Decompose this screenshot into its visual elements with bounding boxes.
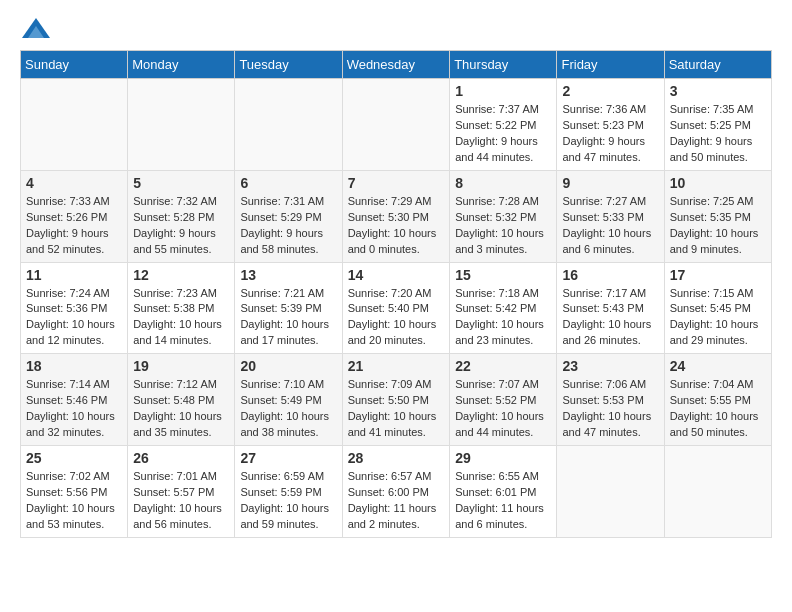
day-info: Sunrise: 7:15 AMSunset: 5:45 PMDaylight:…: [670, 286, 766, 350]
day-number: 20: [240, 358, 336, 374]
day-info: Sunrise: 7:17 AMSunset: 5:43 PMDaylight:…: [562, 286, 658, 350]
day-number: 2: [562, 83, 658, 99]
day-number: 25: [26, 450, 122, 466]
calendar-cell: 13Sunrise: 7:21 AMSunset: 5:39 PMDayligh…: [235, 262, 342, 354]
day-info: Sunrise: 7:20 AMSunset: 5:40 PMDaylight:…: [348, 286, 445, 350]
day-info: Sunrise: 7:09 AMSunset: 5:50 PMDaylight:…: [348, 377, 445, 441]
calendar-cell: [664, 446, 771, 538]
calendar-cell: 14Sunrise: 7:20 AMSunset: 5:40 PMDayligh…: [342, 262, 450, 354]
day-number: 18: [26, 358, 122, 374]
day-info: Sunrise: 7:12 AMSunset: 5:48 PMDaylight:…: [133, 377, 229, 441]
calendar-cell: 27Sunrise: 6:59 AMSunset: 5:59 PMDayligh…: [235, 446, 342, 538]
day-number: 27: [240, 450, 336, 466]
calendar-cell: 10Sunrise: 7:25 AMSunset: 5:35 PMDayligh…: [664, 170, 771, 262]
day-number: 3: [670, 83, 766, 99]
day-info: Sunrise: 7:04 AMSunset: 5:55 PMDaylight:…: [670, 377, 766, 441]
calendar-header-row: SundayMondayTuesdayWednesdayThursdayFrid…: [21, 51, 772, 79]
day-number: 8: [455, 175, 551, 191]
day-info: Sunrise: 7:33 AMSunset: 5:26 PMDaylight:…: [26, 194, 122, 258]
calendar-week-row: 11Sunrise: 7:24 AMSunset: 5:36 PMDayligh…: [21, 262, 772, 354]
calendar-cell: 3Sunrise: 7:35 AMSunset: 5:25 PMDaylight…: [664, 79, 771, 171]
calendar-week-row: 1Sunrise: 7:37 AMSunset: 5:22 PMDaylight…: [21, 79, 772, 171]
calendar-cell: 16Sunrise: 7:17 AMSunset: 5:43 PMDayligh…: [557, 262, 664, 354]
calendar-cell: [128, 79, 235, 171]
calendar-cell: [557, 446, 664, 538]
calendar-cell: 24Sunrise: 7:04 AMSunset: 5:55 PMDayligh…: [664, 354, 771, 446]
calendar-cell: 9Sunrise: 7:27 AMSunset: 5:33 PMDaylight…: [557, 170, 664, 262]
calendar-cell: 26Sunrise: 7:01 AMSunset: 5:57 PMDayligh…: [128, 446, 235, 538]
day-number: 9: [562, 175, 658, 191]
day-number: 6: [240, 175, 336, 191]
day-info: Sunrise: 7:02 AMSunset: 5:56 PMDaylight:…: [26, 469, 122, 533]
weekday-header: Tuesday: [235, 51, 342, 79]
calendar-cell: 21Sunrise: 7:09 AMSunset: 5:50 PMDayligh…: [342, 354, 450, 446]
page-header: [20, 20, 772, 40]
day-info: Sunrise: 7:23 AMSunset: 5:38 PMDaylight:…: [133, 286, 229, 350]
day-number: 1: [455, 83, 551, 99]
calendar-cell: 23Sunrise: 7:06 AMSunset: 5:53 PMDayligh…: [557, 354, 664, 446]
day-info: Sunrise: 7:18 AMSunset: 5:42 PMDaylight:…: [455, 286, 551, 350]
day-info: Sunrise: 7:28 AMSunset: 5:32 PMDaylight:…: [455, 194, 551, 258]
day-info: Sunrise: 7:14 AMSunset: 5:46 PMDaylight:…: [26, 377, 122, 441]
weekday-header: Monday: [128, 51, 235, 79]
calendar-table: SundayMondayTuesdayWednesdayThursdayFrid…: [20, 50, 772, 538]
day-info: Sunrise: 7:29 AMSunset: 5:30 PMDaylight:…: [348, 194, 445, 258]
calendar-cell: 15Sunrise: 7:18 AMSunset: 5:42 PMDayligh…: [450, 262, 557, 354]
day-number: 23: [562, 358, 658, 374]
calendar-cell: 17Sunrise: 7:15 AMSunset: 5:45 PMDayligh…: [664, 262, 771, 354]
day-info: Sunrise: 7:32 AMSunset: 5:28 PMDaylight:…: [133, 194, 229, 258]
day-info: Sunrise: 7:35 AMSunset: 5:25 PMDaylight:…: [670, 102, 766, 166]
weekday-header: Thursday: [450, 51, 557, 79]
day-info: Sunrise: 7:07 AMSunset: 5:52 PMDaylight:…: [455, 377, 551, 441]
weekday-header: Friday: [557, 51, 664, 79]
calendar-cell: 20Sunrise: 7:10 AMSunset: 5:49 PMDayligh…: [235, 354, 342, 446]
calendar-cell: 22Sunrise: 7:07 AMSunset: 5:52 PMDayligh…: [450, 354, 557, 446]
day-number: 11: [26, 267, 122, 283]
day-info: Sunrise: 7:24 AMSunset: 5:36 PMDaylight:…: [26, 286, 122, 350]
weekday-header: Sunday: [21, 51, 128, 79]
day-number: 12: [133, 267, 229, 283]
calendar-cell: 4Sunrise: 7:33 AMSunset: 5:26 PMDaylight…: [21, 170, 128, 262]
day-info: Sunrise: 7:27 AMSunset: 5:33 PMDaylight:…: [562, 194, 658, 258]
day-number: 15: [455, 267, 551, 283]
day-info: Sunrise: 6:55 AMSunset: 6:01 PMDaylight:…: [455, 469, 551, 533]
day-number: 26: [133, 450, 229, 466]
day-info: Sunrise: 7:37 AMSunset: 5:22 PMDaylight:…: [455, 102, 551, 166]
logo-icon: [22, 18, 50, 38]
calendar-cell: 5Sunrise: 7:32 AMSunset: 5:28 PMDaylight…: [128, 170, 235, 262]
calendar-cell: [21, 79, 128, 171]
calendar-cell: 2Sunrise: 7:36 AMSunset: 5:23 PMDaylight…: [557, 79, 664, 171]
day-info: Sunrise: 7:31 AMSunset: 5:29 PMDaylight:…: [240, 194, 336, 258]
calendar-week-row: 4Sunrise: 7:33 AMSunset: 5:26 PMDaylight…: [21, 170, 772, 262]
day-info: Sunrise: 7:36 AMSunset: 5:23 PMDaylight:…: [562, 102, 658, 166]
day-number: 14: [348, 267, 445, 283]
weekday-header: Wednesday: [342, 51, 450, 79]
day-info: Sunrise: 6:59 AMSunset: 5:59 PMDaylight:…: [240, 469, 336, 533]
day-number: 17: [670, 267, 766, 283]
day-number: 24: [670, 358, 766, 374]
calendar-cell: 6Sunrise: 7:31 AMSunset: 5:29 PMDaylight…: [235, 170, 342, 262]
day-number: 29: [455, 450, 551, 466]
day-number: 5: [133, 175, 229, 191]
calendar-cell: 18Sunrise: 7:14 AMSunset: 5:46 PMDayligh…: [21, 354, 128, 446]
logo: [20, 20, 50, 40]
calendar-week-row: 25Sunrise: 7:02 AMSunset: 5:56 PMDayligh…: [21, 446, 772, 538]
calendar-cell: [235, 79, 342, 171]
calendar-cell: 19Sunrise: 7:12 AMSunset: 5:48 PMDayligh…: [128, 354, 235, 446]
calendar-week-row: 18Sunrise: 7:14 AMSunset: 5:46 PMDayligh…: [21, 354, 772, 446]
day-info: Sunrise: 7:25 AMSunset: 5:35 PMDaylight:…: [670, 194, 766, 258]
day-number: 21: [348, 358, 445, 374]
calendar-cell: [342, 79, 450, 171]
day-info: Sunrise: 7:06 AMSunset: 5:53 PMDaylight:…: [562, 377, 658, 441]
day-number: 7: [348, 175, 445, 191]
day-number: 4: [26, 175, 122, 191]
day-info: Sunrise: 6:57 AMSunset: 6:00 PMDaylight:…: [348, 469, 445, 533]
calendar-cell: 12Sunrise: 7:23 AMSunset: 5:38 PMDayligh…: [128, 262, 235, 354]
day-info: Sunrise: 7:10 AMSunset: 5:49 PMDaylight:…: [240, 377, 336, 441]
calendar-cell: 29Sunrise: 6:55 AMSunset: 6:01 PMDayligh…: [450, 446, 557, 538]
day-info: Sunrise: 7:01 AMSunset: 5:57 PMDaylight:…: [133, 469, 229, 533]
calendar-cell: 7Sunrise: 7:29 AMSunset: 5:30 PMDaylight…: [342, 170, 450, 262]
day-number: 16: [562, 267, 658, 283]
weekday-header: Saturday: [664, 51, 771, 79]
day-number: 13: [240, 267, 336, 283]
